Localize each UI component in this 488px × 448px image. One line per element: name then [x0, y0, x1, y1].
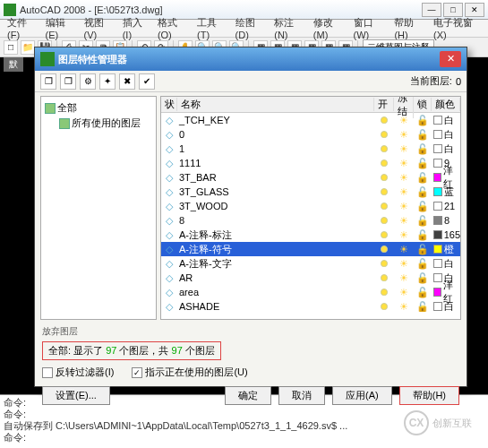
new-layer-icon[interactable]: ✦ — [99, 73, 116, 90]
on-icon[interactable] — [374, 201, 394, 211]
menu-window[interactable]: 窗口(W) — [350, 14, 390, 42]
lock-icon[interactable]: 🔓 — [414, 229, 432, 241]
cancel-button[interactable]: 取消 — [278, 386, 325, 405]
layer-row[interactable]: ◇A-注释-标注☀🔓165 — [161, 228, 460, 242]
new-icon[interactable]: □ — [4, 40, 18, 55]
menu-format[interactable]: 格式(O) — [154, 14, 192, 42]
list-header[interactable]: 状 名称 开 冻结 锁 颜色 — [161, 97, 460, 113]
col-lock[interactable]: 锁 — [414, 98, 432, 111]
menu-insert[interactable]: 插入(I) — [119, 14, 152, 42]
ok-button[interactable]: 确定 — [225, 386, 271, 405]
drawing-tab[interactable]: 默 — [4, 57, 23, 72]
lock-icon[interactable]: 🔓 — [414, 158, 432, 169]
menu-tools[interactable]: 工具(T) — [193, 14, 230, 42]
lock-icon[interactable]: 🔓 — [414, 244, 432, 255]
color-swatch[interactable]: 蓝 — [432, 185, 460, 199]
color-swatch[interactable]: 8 — [432, 215, 460, 226]
layer-row[interactable]: ◇_TCH_KEY☀🔓白 — [161, 113, 460, 127]
on-icon[interactable] — [374, 115, 394, 125]
layer-row[interactable]: ◇A-注释-文字☀🔓白 — [161, 256, 460, 271]
delete-layer-icon[interactable]: ✖ — [119, 73, 135, 90]
freeze-icon[interactable]: ☀ — [394, 129, 414, 141]
dialog-titlebar[interactable]: 图层特性管理器 ✕ — [35, 47, 467, 71]
lock-icon[interactable]: 🔓 — [414, 129, 432, 141]
on-icon[interactable] — [374, 215, 394, 226]
menu-view[interactable]: 视图(V) — [81, 14, 117, 42]
lock-icon[interactable]: 🔓 — [414, 287, 432, 298]
layer-row[interactable]: ◇0☀🔓白 — [161, 127, 460, 142]
layer-states-icon[interactable]: ⚙ — [80, 73, 96, 90]
new-filter-icon[interactable]: ❐ — [40, 73, 56, 90]
current-layer-icon[interactable]: ✔ — [139, 73, 155, 90]
freeze-icon[interactable]: ☀ — [394, 115, 414, 126]
open-icon[interactable]: 📁 — [21, 40, 35, 55]
tree-root[interactable]: 全部 — [45, 100, 152, 116]
layer-row[interactable]: ◇8☀🔓8 — [161, 213, 460, 228]
lock-icon[interactable]: 🔓 — [414, 115, 432, 126]
lock-icon[interactable]: 🔓 — [414, 258, 432, 270]
color-swatch[interactable]: 白 — [432, 300, 460, 313]
new-group-icon[interactable]: ❐ — [60, 73, 76, 90]
freeze-icon[interactable]: ☀ — [394, 258, 414, 270]
tree-used-layers[interactable]: 所有使用的图层 — [59, 116, 152, 131]
lock-icon[interactable]: 🔓 — [414, 172, 432, 184]
dialog-close-button[interactable]: ✕ — [440, 51, 461, 67]
color-swatch[interactable]: 橙 — [432, 243, 460, 256]
lock-icon[interactable]: 🔓 — [414, 215, 432, 227]
invert-filter-checkbox[interactable]: 反转过滤器(I) — [42, 366, 114, 379]
lock-icon[interactable]: 🔓 — [414, 186, 432, 198]
filter-tree[interactable]: 全部 所有使用的图层 — [40, 96, 157, 320]
freeze-icon[interactable]: ☀ — [394, 229, 414, 241]
layer-row[interactable]: ◇3T_GLASS☀🔓蓝 — [161, 185, 460, 199]
freeze-icon[interactable]: ☀ — [394, 143, 414, 155]
col-status[interactable]: 状 — [161, 98, 177, 111]
on-icon[interactable] — [374, 143, 394, 154]
lock-icon[interactable]: 🔓 — [414, 272, 432, 284]
layer-row[interactable]: ◇1☀🔓白 — [161, 142, 460, 156]
freeze-icon[interactable]: ☀ — [394, 244, 414, 255]
help-button[interactable]: 帮助(H) — [399, 386, 459, 405]
apply-button[interactable]: 应用(A) — [332, 386, 392, 405]
freeze-icon[interactable]: ☀ — [394, 172, 414, 184]
layer-row[interactable]: ◇3T_WOOD☀🔓21 — [161, 199, 460, 213]
freeze-icon[interactable]: ☀ — [394, 186, 414, 198]
menu-edit[interactable]: 编辑(E) — [42, 14, 79, 42]
on-icon[interactable] — [374, 158, 394, 168]
on-icon[interactable] — [374, 301, 394, 312]
layer-row[interactable]: ◇1111☀🔓9 — [161, 156, 460, 170]
menu-modify[interactable]: 修改(M) — [310, 14, 348, 42]
menu-file[interactable]: 文件(F) — [4, 14, 40, 42]
lock-icon[interactable]: 🔓 — [414, 301, 432, 313]
on-icon[interactable] — [374, 129, 394, 140]
layer-row[interactable]: ◇AR☀🔓白 — [161, 271, 460, 285]
color-swatch[interactable]: 白 — [432, 142, 460, 156]
col-name[interactable]: 名称 — [177, 98, 374, 111]
menu-dimension[interactable]: 标注(N) — [270, 14, 308, 42]
color-swatch[interactable]: 白 — [432, 128, 460, 142]
layer-row[interactable]: ◇area☀🔓洋红 — [161, 285, 460, 299]
indicate-used-checkbox[interactable]: ✓指示正在使用的图层(U) — [132, 366, 247, 379]
freeze-icon[interactable]: ☀ — [394, 201, 414, 212]
col-color[interactable]: 颜色 — [432, 98, 460, 111]
on-icon[interactable] — [374, 186, 394, 197]
layer-row[interactable]: ◇3T_BAR☀🔓洋红 — [161, 170, 460, 185]
freeze-icon[interactable]: ☀ — [394, 301, 414, 313]
freeze-icon[interactable]: ☀ — [394, 272, 414, 284]
on-icon[interactable] — [374, 287, 394, 297]
layer-row[interactable]: ◇A-注释-符号☀🔓橙 — [161, 242, 460, 256]
color-swatch[interactable]: 21 — [432, 201, 460, 211]
layer-row[interactable]: ◇ASHADE☀🔓白 — [161, 299, 460, 312]
color-swatch[interactable]: 165 — [432, 229, 460, 240]
lock-icon[interactable]: 🔓 — [414, 143, 432, 155]
on-icon[interactable] — [374, 172, 394, 183]
freeze-icon[interactable]: ☀ — [394, 287, 414, 298]
color-swatch[interactable]: 白 — [432, 257, 460, 271]
freeze-icon[interactable]: ☀ — [394, 215, 414, 227]
menu-help[interactable]: 帮助(H) — [390, 14, 428, 42]
menu-draw[interactable]: 绘图(D) — [232, 14, 270, 42]
menu-eview[interactable]: 电子视窗(X) — [430, 14, 484, 42]
on-icon[interactable] — [374, 272, 394, 283]
on-icon[interactable] — [374, 244, 394, 254]
on-icon[interactable] — [374, 258, 394, 269]
color-swatch[interactable]: 白 — [432, 114, 460, 127]
